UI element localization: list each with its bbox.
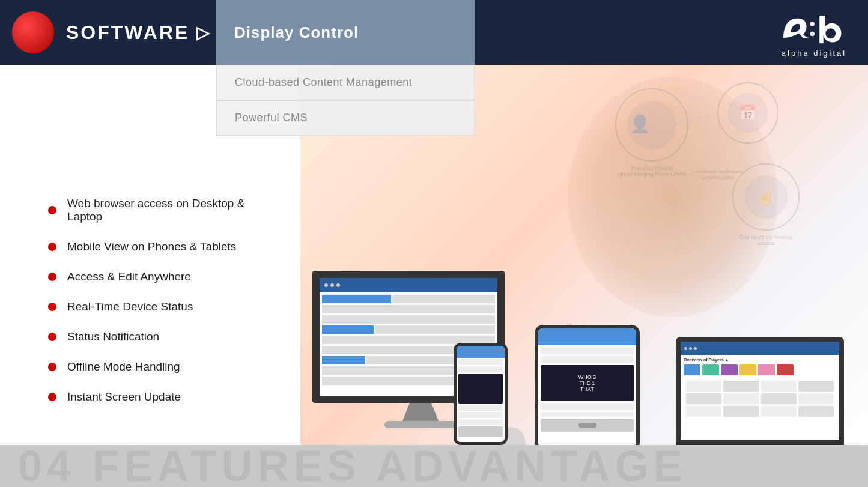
cell-red	[777, 364, 794, 375]
laptop-cell-3	[761, 381, 797, 392]
phone-row-2	[458, 366, 503, 372]
tablet-row-3	[541, 403, 634, 410]
feature-item-2: Mobile View on Phones & Tablets	[48, 240, 270, 253]
cell-purple	[721, 364, 738, 375]
svg-text:One-touch conference: One-touch conference	[739, 234, 792, 240]
brand-text: alpha digital	[782, 49, 846, 58]
screen-row-2	[322, 305, 495, 313]
logo-area: SOFTWARE ▷	[0, 0, 216, 65]
svg-text:access: access	[757, 240, 775, 246]
laptop-dot-3	[694, 347, 697, 350]
phone-row-1	[458, 359, 503, 365]
svg-text:👤: 👤	[630, 114, 651, 134]
bullet-4	[48, 303, 56, 311]
bullet-5	[48, 333, 56, 341]
nav-sub-item-2[interactable]: Powerful CMS	[216, 100, 475, 136]
screen-row-4	[322, 325, 495, 334]
feature-text-1: Web browser access on Desktop & Laptop	[67, 197, 270, 223]
svg-point-0	[810, 22, 815, 26]
tablet-header	[538, 328, 636, 345]
bullet-2	[48, 243, 56, 251]
feature-item-5: Status Notification	[48, 330, 270, 343]
laptop-colored-cells	[684, 364, 836, 375]
cell-blue	[684, 364, 700, 375]
laptop-cell-6	[723, 393, 759, 404]
cell-pink	[758, 364, 775, 375]
laptop-dot-2	[689, 347, 692, 350]
phone-top-bar	[457, 346, 505, 358]
svg-point-1	[810, 32, 815, 36]
bottom-watermark: 04 FEATURES ADVANTAGE	[0, 445, 868, 487]
laptop-cell-2	[723, 381, 759, 392]
laptop-screen-area: Overview of Players ▲	[676, 337, 844, 445]
nav-sub-items: Cloud-based Content Management Powerful …	[216, 65, 475, 136]
screen-dot-1	[324, 283, 328, 287]
phone-mockup	[454, 343, 508, 445]
laptop-grid	[684, 378, 836, 419]
ad-logo-icon	[778, 7, 850, 46]
screen-header-bar	[320, 278, 497, 292]
monitor-base	[384, 421, 457, 428]
tablet-row-4	[541, 412, 634, 417]
laptop-dot-1	[684, 347, 687, 350]
bullet-7	[48, 393, 56, 401]
feature-text-4: Real-Time Device Status	[67, 300, 193, 313]
laptop-cell-8	[798, 393, 834, 404]
phone-row-4	[458, 412, 503, 418]
svg-line-8	[676, 113, 718, 125]
feature-text-2: Mobile View on Phones & Tablets	[67, 240, 236, 253]
laptop-content-area: Overview of Players ▲	[681, 355, 839, 422]
screen-row-1	[322, 295, 495, 303]
svg-text:One-touch create: One-touch create	[631, 165, 673, 171]
watermark-text: 04 FEATURES ADVANTAGE	[18, 445, 687, 487]
svg-text:• Automatic conference: • Automatic conference	[693, 169, 743, 174]
svg-text:synchronization: synchronization	[701, 175, 735, 180]
feature-item-4: Real-Time Device Status	[48, 300, 270, 313]
phone-button-area	[458, 426, 503, 437]
feature-list: Web browser access on Desktop & Laptop M…	[48, 197, 270, 420]
phone-image-area	[458, 374, 503, 404]
feature-text-7: Instant Screen Update	[67, 390, 181, 404]
tablet-screen: WHO'STHE 1THAT	[538, 328, 636, 447]
laptop-title: Overview of Players ▲	[684, 358, 836, 362]
laptop-cell-5	[686, 393, 721, 404]
laptop-cell-1	[686, 381, 721, 392]
laptop-screen-content: Overview of Players ▲	[681, 342, 839, 440]
tablet-mockup: WHO'STHE 1THAT	[535, 325, 640, 451]
feature-text-6: Offline Mode Handling	[67, 360, 180, 374]
nav-main-item[interactable]: Display Control	[216, 0, 475, 65]
tablet-image-label: WHO'STHE 1THAT	[578, 374, 596, 392]
phone-row-5	[458, 419, 503, 425]
nav-main-label: Display Control	[234, 23, 359, 42]
cell-yellow	[739, 364, 756, 375]
screen-dot-2	[330, 283, 334, 287]
laptop-cell-9	[686, 406, 721, 417]
laptop-cell-11	[761, 406, 797, 417]
laptop-cell-4	[798, 381, 834, 392]
cell-teal	[702, 364, 719, 375]
feature-item-1: Web browser access on Desktop & Laptop	[48, 197, 270, 223]
phone-screen	[457, 346, 505, 442]
tablet-row-2	[541, 356, 634, 363]
screen-row-3	[322, 315, 495, 324]
svg-line-9	[748, 143, 760, 164]
tech-diagram: 👤 📅 ☝ One-touch create Virtual Meeting R…	[580, 77, 820, 293]
bullet-3	[48, 273, 56, 281]
bullet-1	[48, 206, 56, 214]
svg-text:Virtual Meeting Room (VMR): Virtual Meeting Room (VMR)	[618, 171, 687, 177]
brand-logo-area: alpha digital	[778, 7, 850, 58]
play-icon: ▷	[196, 23, 211, 43]
phone-row-3	[458, 405, 503, 411]
laptop-header-bar	[681, 342, 839, 355]
software-label: SOFTWARE ▷	[66, 22, 211, 44]
feature-text-3: Access & Edit Anywhere	[67, 270, 191, 283]
tablet-row-1	[541, 347, 634, 354]
laptop-cell-7	[761, 393, 797, 404]
svg-text:☝: ☝	[757, 188, 775, 205]
feature-item-6: Offline Mode Handling	[48, 360, 270, 374]
header-nav: Display Control	[216, 0, 868, 65]
logo-red-circle	[12, 11, 54, 53]
feature-text-5: Status Notification	[67, 330, 159, 343]
nav-sub-item-1[interactable]: Cloud-based Content Management	[216, 65, 475, 100]
bullet-6	[48, 363, 56, 371]
